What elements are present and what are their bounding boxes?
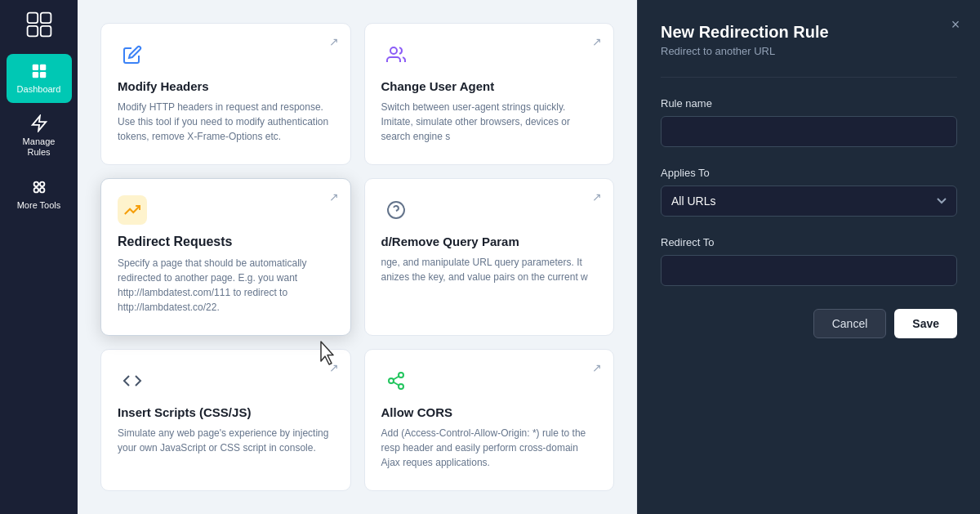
- tool-desc-insert-scripts: Simulate any web page's experience by in…: [118, 426, 334, 455]
- rule-name-label: Rule name: [661, 97, 957, 110]
- sidebar-item-more-tools-label: More Tools: [17, 200, 61, 211]
- sidebar-item-dashboard-label: Dashboard: [17, 84, 61, 95]
- tool-desc-allow-cors: Add (Access-Control-Allow-Origin: *) rul…: [381, 426, 598, 470]
- tools-grid: ↗ Modify Headers Modify HTTP headers in …: [78, 0, 637, 514]
- code-icon: [118, 366, 147, 396]
- modal-subtitle: Redirect to another URL: [661, 45, 957, 57]
- tool-desc-query-param: nge, and manipulate URL query parameters…: [381, 255, 598, 284]
- expand-icon-allow-cors: ↗: [592, 361, 602, 374]
- expand-icon-change-user-agent: ↗: [592, 35, 602, 48]
- dashboard-icon: [30, 62, 48, 80]
- svg-point-9: [33, 181, 38, 186]
- svg-point-10: [39, 181, 43, 186]
- modal-panel: × New Redirection Rule Redirect to anoth…: [637, 0, 980, 514]
- redirect-to-input[interactable]: [661, 255, 957, 286]
- tool-title-allow-cors: Allow CORS: [381, 405, 598, 419]
- svg-rect-7: [39, 72, 45, 78]
- users-icon: [381, 40, 411, 69]
- tool-desc-redirect-requests: Specify a page that should be automatica…: [118, 256, 334, 315]
- svg-rect-3: [40, 26, 51, 37]
- tool-title-insert-scripts: Insert Scripts (CSS/JS): [118, 405, 334, 419]
- modal-title: New Redirection Rule: [661, 23, 957, 42]
- svg-point-16: [399, 373, 403, 378]
- applies-to-select[interactable]: All URLs Specific URLs URL Pattern: [661, 185, 957, 217]
- tool-card-redirect-requests[interactable]: ↗ Redirect Requests Specify a page that …: [100, 178, 351, 336]
- svg-line-20: [393, 377, 399, 380]
- rule-name-input[interactable]: [661, 116, 957, 147]
- svg-rect-5: [39, 65, 45, 70]
- tool-card-change-user-agent[interactable]: ↗ Change User Agent Switch between user-…: [364, 23, 615, 165]
- redirect-to-label: Redirect To: [661, 236, 957, 248]
- logo: [23, 8, 56, 41]
- svg-point-11: [33, 187, 38, 192]
- svg-line-19: [393, 382, 399, 386]
- tool-desc-change-user-agent: Switch between user-agent strings quickl…: [381, 100, 598, 144]
- tool-title-modify-headers: Modify Headers: [118, 79, 334, 93]
- svg-rect-0: [27, 13, 38, 24]
- tool-card-allow-cors[interactable]: ↗ Allow CORS Add (Access-Control-Allow-O…: [364, 349, 615, 491]
- svg-rect-2: [27, 26, 38, 37]
- tool-desc-modify-headers: Modify HTTP headers in request and respo…: [118, 100, 334, 144]
- sidebar-item-more-tools[interactable]: More Tools: [7, 170, 72, 219]
- cancel-button[interactable]: Cancel: [813, 309, 887, 338]
- applies-to-label: Applies To: [661, 167, 957, 179]
- svg-point-13: [390, 47, 397, 54]
- modal-actions: Cancel Save: [661, 309, 957, 338]
- expand-icon-modify-headers: ↗: [329, 35, 339, 48]
- applies-to-group: Applies To All URLs Specific URLs URL Pa…: [661, 167, 957, 233]
- svg-marker-8: [32, 116, 46, 131]
- main-content: ↗ Modify Headers Modify HTTP headers in …: [78, 0, 637, 514]
- tool-title-query-param: d/Remove Query Param: [381, 235, 598, 248]
- svg-point-17: [389, 378, 394, 383]
- expand-icon-insert-scripts: ↗: [329, 361, 339, 374]
- svg-rect-1: [40, 13, 51, 24]
- tool-title-redirect-requests: Redirect Requests: [118, 235, 334, 249]
- svg-rect-6: [32, 72, 38, 78]
- question-icon: [381, 195, 411, 225]
- sidebar-item-manage-rules[interactable]: Manage Rules: [7, 106, 72, 166]
- modal-close-button[interactable]: ×: [944, 13, 967, 36]
- pencil-icon: [118, 40, 147, 69]
- more-tools-icon: [30, 178, 48, 196]
- redirect-to-group: Redirect To: [661, 236, 957, 302]
- tool-card-query-param[interactable]: ↗ d/Remove Query Param nge, and manipula…: [364, 178, 615, 336]
- rule-name-group: Rule name: [661, 97, 957, 163]
- tool-card-modify-headers[interactable]: ↗ Modify Headers Modify HTTP headers in …: [100, 23, 351, 165]
- sidebar-item-dashboard[interactable]: Dashboard: [7, 54, 72, 103]
- sidebar: Dashboard Manage Rules More Tools: [0, 0, 78, 514]
- modal-divider: [661, 77, 957, 78]
- svg-point-12: [39, 187, 43, 192]
- redirect-icon: [118, 195, 147, 225]
- manage-rules-icon: [30, 114, 48, 132]
- save-button[interactable]: Save: [894, 309, 957, 338]
- share-icon: [381, 366, 411, 396]
- expand-icon-query-param: ↗: [592, 190, 602, 203]
- svg-rect-4: [32, 65, 38, 70]
- tool-card-insert-scripts[interactable]: ↗ Insert Scripts (CSS/JS) Simulate any w…: [100, 349, 351, 491]
- expand-icon-redirect-requests: ↗: [329, 190, 339, 203]
- tool-title-change-user-agent: Change User Agent: [381, 79, 598, 93]
- svg-point-18: [399, 384, 403, 389]
- sidebar-item-manage-rules-label: Manage Rules: [11, 136, 67, 158]
